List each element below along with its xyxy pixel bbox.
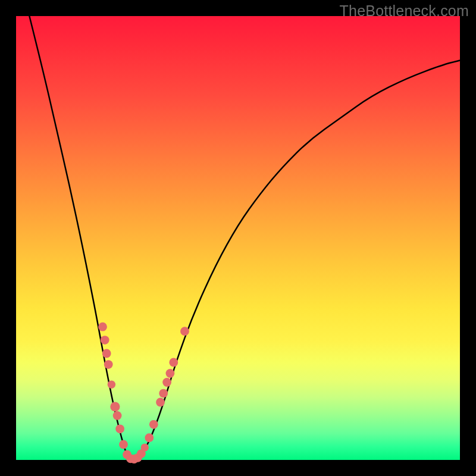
data-marker (102, 349, 111, 358)
data-marker (104, 360, 113, 369)
data-marker (180, 327, 189, 336)
data-marker (108, 381, 115, 389)
watermark-text: TheBottleneck.com (340, 2, 469, 20)
plot-area (16, 16, 460, 460)
data-marker (119, 440, 128, 449)
data-marker (169, 358, 178, 367)
data-marker (156, 398, 165, 407)
data-marker (162, 378, 171, 387)
data-marker (110, 402, 120, 411)
data-marker (115, 424, 124, 433)
bottleneck-curve (16, 16, 460, 460)
data-marker (98, 322, 107, 331)
chart-frame: TheBottleneck.com (0, 0, 476, 476)
data-marker (101, 336, 109, 345)
data-marker (166, 369, 175, 378)
data-marker (113, 411, 122, 420)
data-marker (141, 443, 149, 451)
data-marker (145, 433, 154, 442)
data-marker (149, 420, 158, 429)
data-marker (159, 389, 168, 398)
